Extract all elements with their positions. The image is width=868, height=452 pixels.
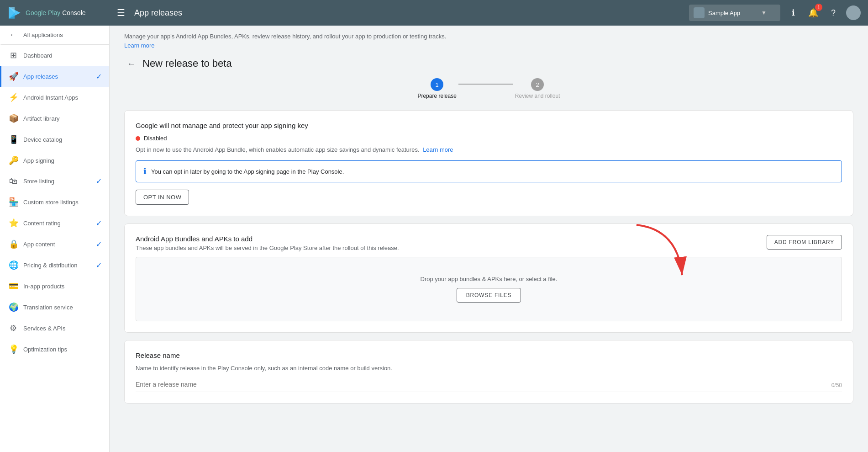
sidebar-item-custom-store[interactable]: 🏪 Custom store listings bbox=[0, 191, 109, 213]
sidebar-label-dashboard: Dashboard bbox=[23, 52, 102, 59]
sidebar-label-pricing: Pricing & distribution bbox=[23, 262, 90, 269]
sidebar-item-back[interactable]: ← All applications bbox=[0, 26, 109, 45]
apk-card-header: Android App Bundles and APKs to add Thes… bbox=[136, 235, 842, 251]
release-name-input-wrap: 0/50 bbox=[136, 377, 842, 392]
status-row: Disabled bbox=[136, 135, 842, 142]
char-count: 0/50 bbox=[831, 382, 842, 388]
sidebar-label-optimization: Optimization tips bbox=[23, 346, 102, 353]
drop-text: Drop your app bundles & APKs here, or se… bbox=[421, 276, 558, 282]
info-button[interactable]: ℹ bbox=[786, 5, 800, 20]
signing-learn-more-link[interactable]: Learn more bbox=[423, 146, 453, 153]
page-back-button[interactable]: ← bbox=[124, 56, 139, 71]
brand-console: Console bbox=[62, 9, 85, 16]
play-logo-icon bbox=[7, 5, 22, 20]
sidebar-item-device-catalog[interactable]: 📱 Device catalog bbox=[0, 129, 109, 150]
apk-description: These app bundles and APKs will be serve… bbox=[136, 245, 399, 251]
signing-desc-text: Opt in now to use the Android App Bundle… bbox=[136, 146, 420, 153]
sidebar-item-services[interactable]: ⚙ Services & APIs bbox=[0, 318, 109, 339]
app-icon bbox=[694, 7, 705, 18]
step-2-circle: 2 bbox=[531, 78, 544, 91]
content-rating-check-icon: ✓ bbox=[96, 219, 102, 228]
sidebar-item-content-rating[interactable]: ⭐ Content rating ✓ bbox=[0, 213, 109, 234]
services-icon: ⚙ bbox=[9, 323, 18, 333]
app-content-icon: 🔒 bbox=[9, 239, 18, 249]
device-catalog-icon: 📱 bbox=[9, 134, 18, 144]
topbar: Google Play Console ☰ App releases Sampl… bbox=[0, 0, 868, 26]
sidebar-item-app-content[interactable]: 🔒 App content ✓ bbox=[0, 234, 109, 255]
pricing-icon: 🌐 bbox=[9, 260, 18, 270]
info-box-text: You can opt in later by going to the App… bbox=[151, 168, 344, 175]
artifact-library-icon: 📦 bbox=[9, 113, 18, 123]
sidebar-item-dashboard[interactable]: ⊞ Dashboard bbox=[0, 45, 109, 66]
sidebar-label-custom-store: Custom store listings bbox=[23, 199, 102, 206]
app-selector-arrow-icon: ▼ bbox=[761, 10, 767, 16]
apk-card: Android App Bundles and APKs to add Thes… bbox=[124, 223, 853, 333]
sidebar-item-translation[interactable]: 🌍 Translation service bbox=[0, 297, 109, 318]
topbar-center: ☰ App releases bbox=[117, 7, 689, 18]
add-from-library-button[interactable]: ADD FROM LIBRARY bbox=[767, 235, 842, 250]
brand-play: Google Play bbox=[26, 9, 62, 16]
sidebar-item-pricing[interactable]: 🌐 Pricing & distribution ✓ bbox=[0, 255, 109, 276]
sidebar-item-android-instant[interactable]: ⚡ Android Instant Apps bbox=[0, 87, 109, 108]
signing-card-title: Google will not manage and protect your … bbox=[136, 122, 842, 129]
sidebar-label-content-rating: Content rating bbox=[23, 220, 90, 227]
opt-in-button[interactable]: OPT IN NOW bbox=[136, 190, 189, 205]
signing-card: Google will not manage and protect your … bbox=[124, 110, 853, 216]
sidebar-label-app-content: App content bbox=[23, 241, 90, 248]
sidebar-item-optimization[interactable]: 💡 Optimization tips bbox=[0, 339, 109, 360]
signing-description: Opt in now to use the Android App Bundle… bbox=[136, 146, 842, 153]
store-listing-check-icon: ✓ bbox=[96, 177, 102, 186]
sidebar-label-app-releases: App releases bbox=[23, 73, 90, 80]
drop-zone[interactable]: Drop your app bundles & APKs here, or se… bbox=[136, 257, 842, 321]
info-box-icon: ℹ bbox=[143, 166, 147, 176]
sidebar-item-app-releases[interactable]: 🚀 App releases ✓ bbox=[0, 66, 109, 87]
sidebar-item-in-app[interactable]: 💳 In-app products bbox=[0, 276, 109, 297]
step-1: 1 Prepare release bbox=[417, 78, 456, 99]
app-signing-icon: 🔑 bbox=[9, 155, 18, 165]
page-title-row: ← New release to beta bbox=[110, 49, 868, 78]
topbar-logo: Google Play Console bbox=[7, 5, 86, 20]
browse-files-button[interactable]: BROWSE FILES bbox=[457, 288, 521, 303]
sidebar-label-android-instant: Android Instant Apps bbox=[23, 94, 102, 101]
sidebar-label-artifact-library: Artifact library bbox=[23, 115, 102, 122]
page-description: Manage your app's Android App Bundles, A… bbox=[124, 33, 853, 40]
translation-icon: 🌍 bbox=[9, 302, 18, 312]
topbar-brand: Google Play Console bbox=[26, 9, 86, 16]
step-1-label: Prepare release bbox=[417, 93, 456, 99]
content-rating-icon: ⭐ bbox=[9, 218, 18, 228]
app-releases-icon: 🚀 bbox=[9, 71, 18, 81]
store-listing-icon: 🛍 bbox=[9, 176, 18, 186]
topbar-right: Sample App ▼ ℹ 🔔 1 ? bbox=[689, 5, 861, 21]
hamburger-icon[interactable]: ☰ bbox=[117, 7, 125, 18]
notifications-button[interactable]: 🔔 1 bbox=[806, 5, 821, 20]
sidebar: ← All applications ⊞ Dashboard 🚀 App rel… bbox=[0, 26, 110, 452]
custom-store-icon: 🏪 bbox=[9, 197, 18, 207]
step-line bbox=[458, 84, 513, 85]
stepper: 1 Prepare release 2 Review and rollout bbox=[124, 78, 853, 99]
learn-more-link[interactable]: Learn more bbox=[124, 42, 154, 49]
sidebar-label-app-signing: App signing bbox=[23, 157, 102, 164]
release-name-title: Release name bbox=[136, 351, 842, 359]
user-avatar[interactable] bbox=[846, 5, 861, 20]
sidebar-label-store-listing: Store listing bbox=[23, 178, 90, 185]
release-name-input[interactable] bbox=[136, 377, 842, 392]
optimization-icon: 💡 bbox=[9, 344, 18, 354]
app-name: Sample App bbox=[708, 10, 758, 16]
content-header: Manage your app's Android App Bundles, A… bbox=[110, 26, 868, 49]
release-name-description: Name to identify release in the Play Con… bbox=[136, 365, 842, 372]
sidebar-label-in-app: In-app products bbox=[23, 283, 102, 290]
sidebar-item-store-listing[interactable]: 🛍 Store listing ✓ bbox=[0, 171, 109, 191]
signing-info-box: ℹ You can opt in later by going to the A… bbox=[136, 160, 842, 182]
sidebar-item-app-signing[interactable]: 🔑 App signing bbox=[0, 150, 109, 171]
android-instant-icon: ⚡ bbox=[9, 92, 18, 102]
back-label: All applications bbox=[23, 32, 102, 38]
sidebar-item-artifact-library[interactable]: 📦 Artifact library bbox=[0, 108, 109, 129]
app-releases-check-icon: ✓ bbox=[96, 72, 102, 81]
back-arrow-icon: ← bbox=[9, 30, 18, 40]
step-2-label: Review and rollout bbox=[515, 93, 560, 99]
sidebar-label-device-catalog: Device catalog bbox=[23, 136, 102, 143]
apk-card-title: Android App Bundles and APKs to add bbox=[136, 235, 399, 243]
app-selector[interactable]: Sample App ▼ bbox=[689, 5, 780, 21]
topbar-left: Google Play Console bbox=[7, 5, 117, 20]
help-button[interactable]: ? bbox=[826, 5, 841, 20]
